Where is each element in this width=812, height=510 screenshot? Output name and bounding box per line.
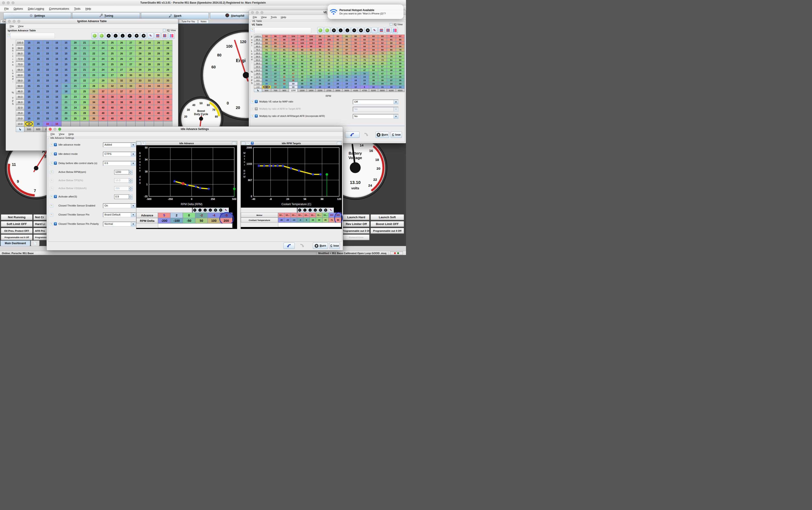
- x-axis-cell[interactable]: 5800: [378, 89, 387, 92]
- table-cell[interactable]: 15: [61, 72, 70, 78]
- table-cell[interactable]: 40: [136, 110, 145, 116]
- table-cell[interactable]: 92: [378, 41, 387, 45]
- table-cell[interactable]: 20: [316, 85, 324, 89]
- table-cell[interactable]: 38: [280, 79, 289, 82]
- table-cell[interactable]: 89: [271, 41, 280, 45]
- table-cell[interactable]: 63: [333, 65, 342, 68]
- table-cell[interactable]: 75: [342, 55, 351, 58]
- table-cell[interactable]: 21: [80, 62, 89, 67]
- x-axis-cell[interactable]: 3600: [342, 89, 351, 92]
- table-cell[interactable]: 47: [324, 72, 334, 75]
- table-cell[interactable]: 21: [80, 72, 89, 78]
- field-dropdown[interactable]: Normal▼: [103, 221, 136, 227]
- table-cell[interactable]: 900: [328, 213, 335, 217]
- table-cell[interactable]: 24: [98, 67, 108, 72]
- table-cell[interactable]: 15: [52, 99, 61, 105]
- table-cell[interactable]: 15: [34, 51, 43, 56]
- table-cell[interactable]: 53: [387, 65, 396, 68]
- table-cell[interactable]: 32: [333, 75, 342, 79]
- table-cell[interactable]: 85: [333, 45, 342, 48]
- table-cell[interactable]: 28: [145, 62, 154, 67]
- tab-settings[interactable]: ⚙Settings: [3, 12, 71, 19]
- table-cell[interactable]: 35: [89, 116, 98, 121]
- table-cell[interactable]: 15: [34, 40, 43, 46]
- table-cell[interactable]: 54: [342, 68, 351, 72]
- table-cell[interactable]: 40: [117, 110, 126, 116]
- table-cell[interactable]: 37: [154, 89, 163, 94]
- x-axis-cell[interactable]: 1200: [289, 89, 298, 92]
- table-cell[interactable]: 21: [61, 99, 70, 105]
- table-cell[interactable]: 28: [154, 62, 163, 67]
- table-cell[interactable]: -100: [170, 218, 183, 223]
- row-label[interactable]: 25.0: [16, 110, 24, 116]
- table-cell[interactable]: 37: [145, 89, 154, 94]
- menu-file[interactable]: File: [251, 16, 259, 19]
- table-cell[interactable]: 20: [70, 46, 80, 51]
- spinner-value[interactable]: 255: [114, 186, 129, 191]
- table-cell[interactable]: 90: [396, 41, 405, 45]
- table-cell[interactable]: 15: [34, 94, 43, 99]
- table-cell[interactable]: 12...: [284, 213, 291, 217]
- table-cell[interactable]: 62: [316, 68, 324, 72]
- table-cell[interactable]: 28: [154, 56, 163, 62]
- table-cell[interactable]: 28: [80, 110, 89, 116]
- table-cell[interactable]: 48: [280, 65, 289, 68]
- table-cell[interactable]: 15: [52, 72, 61, 78]
- table-cell[interactable]: 20: [70, 62, 80, 67]
- table-cell[interactable]: 28: [145, 51, 154, 56]
- table-cell[interactable]: 15: [24, 62, 34, 67]
- row-label[interactable]: 85.0: [254, 45, 262, 48]
- table-cell[interactable]: 47: [289, 72, 298, 75]
- table-cell[interactable]: 25: [108, 51, 117, 56]
- indicator-oil-pres-protect-off[interactable]: Oil Pres. Protect OFF: [1, 228, 32, 234]
- table-cell[interactable]: 72: [333, 55, 342, 58]
- table-cell[interactable]: 20: [61, 110, 70, 116]
- table-cell[interactable]: 62: [298, 58, 307, 62]
- table-cell[interactable]: 37: [387, 79, 396, 82]
- table-cell[interactable]: 25: [70, 116, 80, 121]
- table-cell[interactable]: 27: [126, 56, 136, 62]
- table-cell[interactable]: -10: [291, 217, 297, 222]
- row-label[interactable]: 30.0: [254, 65, 262, 68]
- table-cell[interactable]: 92: [351, 38, 360, 41]
- table-cell[interactable]: 12...: [303, 213, 310, 217]
- table-cell[interactable]: 15: [24, 83, 34, 89]
- table-cell[interactable]: [108, 121, 117, 127]
- table-cell[interactable]: 40: [145, 116, 154, 121]
- undo-button[interactable]: [284, 243, 295, 249]
- spinner-arrows[interactable]: ▲▼: [129, 186, 133, 191]
- arrow-up-circle-button[interactable]: ↑: [302, 208, 307, 212]
- help-icon[interactable]: ?: [54, 152, 57, 155]
- table-cell[interactable]: 32: [117, 78, 126, 83]
- table-cell[interactable]: 0: [183, 213, 195, 218]
- row-label[interactable]: 100.0: [16, 40, 24, 46]
- spinner-up-icon[interactable]: ▲: [129, 170, 133, 172]
- table-cell[interactable]: 37: [136, 89, 145, 94]
- table-cell[interactable]: 23: [324, 82, 334, 85]
- table-cell[interactable]: 96: [298, 45, 307, 48]
- table-cell[interactable]: 18: [351, 79, 360, 82]
- table-cell[interactable]: 42: [387, 75, 396, 79]
- table-cell[interactable]: 89: [280, 45, 289, 48]
- burn-button[interactable]: Burn: [313, 243, 328, 249]
- table-cell[interactable]: [70, 121, 80, 127]
- help-icon[interactable]: ?: [54, 195, 57, 198]
- table-cell[interactable]: 40: [163, 105, 172, 110]
- table-cell[interactable]: 15: [52, 51, 61, 56]
- table-cell[interactable]: 28: [80, 105, 89, 110]
- table-cell[interactable]: 93: [271, 38, 280, 41]
- row-label[interactable]: 2.0: [254, 85, 262, 89]
- table-cell[interactable]: [145, 121, 154, 127]
- table-cell[interactable]: 32: [126, 78, 136, 83]
- table-cell[interactable]: 47: [360, 68, 369, 72]
- table-cell[interactable]: 2: [170, 213, 183, 218]
- table-cell[interactable]: 37: [351, 72, 360, 75]
- table-cell[interactable]: 23: [70, 99, 80, 105]
- table-cell[interactable]: 40: [126, 116, 136, 121]
- checkbox-icon[interactable]: [390, 23, 393, 26]
- table-cell[interactable]: 93: [369, 41, 378, 45]
- pencil-button[interactable]: ✎: [372, 27, 378, 33]
- table-cell[interactable]: [126, 121, 136, 127]
- x-axis-cell[interactable]: 500: [262, 89, 271, 92]
- table-cell[interactable]: 84: [262, 41, 271, 45]
